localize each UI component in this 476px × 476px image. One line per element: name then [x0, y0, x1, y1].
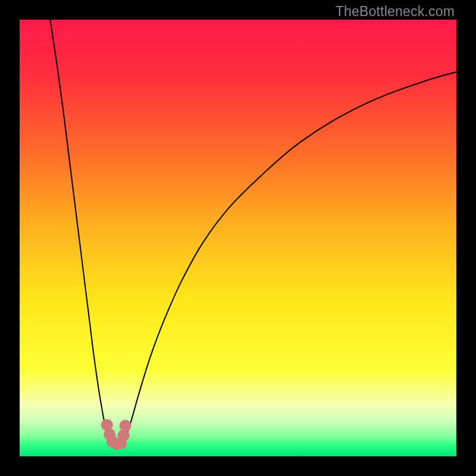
chart-frame: TheBottleneck.com [0, 0, 476, 476]
watermark-text: TheBottleneck.com [336, 4, 455, 20]
series-left-branch [50, 20, 110, 441]
marker-point [120, 420, 131, 432]
series-right-branch [124, 72, 456, 441]
plot-area [20, 20, 456, 456]
curve-layer [20, 20, 456, 456]
